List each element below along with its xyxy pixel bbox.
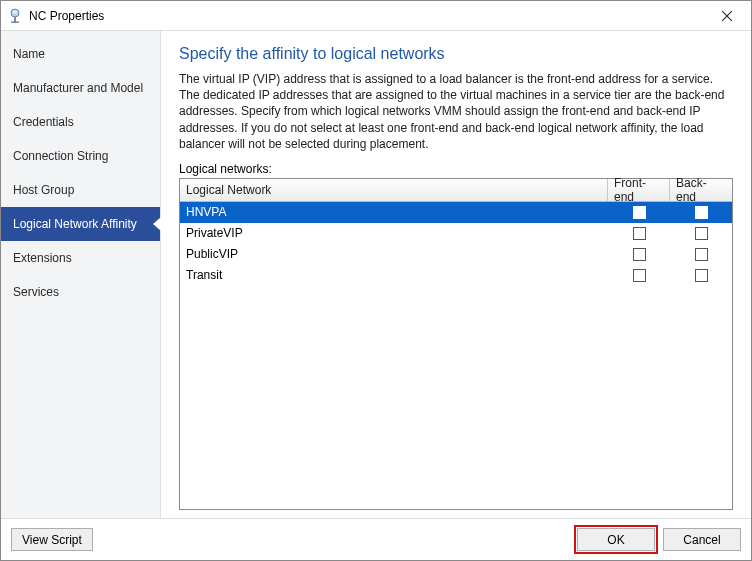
logical-networks-grid: Logical Network Front-end Back-end HNVPA… (179, 178, 733, 510)
table-row[interactable]: Transit (180, 265, 732, 286)
backend-checkbox[interactable] (695, 206, 708, 219)
cancel-button[interactable]: Cancel (663, 528, 741, 551)
table-row[interactable]: HNVPA (180, 202, 732, 223)
backend-checkbox[interactable] (695, 227, 708, 240)
sidebar-item-credentials[interactable]: Credentials (1, 105, 160, 139)
sidebar-item-connection-string[interactable]: Connection String (1, 139, 160, 173)
window-title: NC Properties (29, 9, 707, 23)
frontend-checkbox[interactable] (633, 269, 646, 282)
ok-button[interactable]: OK (577, 528, 655, 551)
sidebar-item-extensions[interactable]: Extensions (1, 241, 160, 275)
svg-point-2 (13, 10, 18, 13)
frontend-checkbox[interactable] (633, 227, 646, 240)
row-network-name: Transit (180, 265, 608, 286)
column-header-frontend[interactable]: Front-end (608, 179, 670, 201)
row-network-name: PrivateVIP (180, 223, 608, 244)
grid-header: Logical Network Front-end Back-end (180, 179, 732, 202)
sidebar-item-manufacturer[interactable]: Manufacturer and Model (1, 71, 160, 105)
view-script-button[interactable]: View Script (11, 528, 93, 551)
footer: View Script OK Cancel (1, 518, 751, 560)
row-network-name: PublicVIP (180, 244, 608, 265)
table-row[interactable]: PublicVIP (180, 244, 732, 265)
close-button[interactable] (707, 2, 747, 30)
sidebar-item-host-group[interactable]: Host Group (1, 173, 160, 207)
page-heading: Specify the affinity to logical networks (179, 45, 733, 63)
column-header-network[interactable]: Logical Network (180, 179, 608, 201)
row-network-name: HNVPA (180, 202, 608, 223)
app-icon (7, 8, 23, 24)
grid-label: Logical networks: (179, 162, 733, 176)
titlebar: NC Properties (1, 1, 751, 31)
frontend-checkbox[interactable] (633, 248, 646, 261)
page-description: The virtual IP (VIP) address that is ass… (179, 71, 733, 152)
sidebar: Name Manufacturer and Model Credentials … (1, 31, 161, 518)
column-header-backend[interactable]: Back-end (670, 179, 732, 201)
svg-rect-3 (11, 21, 19, 22)
close-icon (722, 11, 732, 21)
window-frame: NC Properties Name Manufacturer and Mode… (0, 0, 752, 561)
sidebar-item-logical-network-affinity[interactable]: Logical Network Affinity (1, 207, 160, 241)
table-row[interactable]: PrivateVIP (180, 223, 732, 244)
grid-body: HNVPA PrivateVIP PublicVIP (180, 202, 732, 509)
body: Name Manufacturer and Model Credentials … (1, 31, 751, 518)
main-panel: Specify the affinity to logical networks… (161, 31, 751, 518)
sidebar-item-name[interactable]: Name (1, 37, 160, 71)
frontend-checkbox[interactable] (633, 206, 646, 219)
backend-checkbox[interactable] (695, 248, 708, 261)
sidebar-item-services[interactable]: Services (1, 275, 160, 309)
backend-checkbox[interactable] (695, 269, 708, 282)
